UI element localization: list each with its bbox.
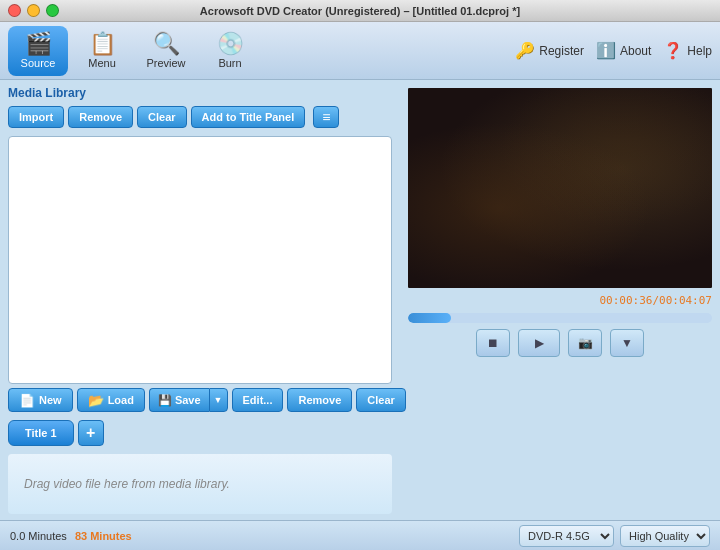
register-icon: 🔑 <box>515 41 535 60</box>
progress-fill <box>408 313 451 323</box>
media-library-content <box>8 136 392 384</box>
window-controls[interactable] <box>8 4 59 17</box>
right-panel: 00:00:36/00:04:07 ⏹ ▶ 📷 ▼ <box>400 80 720 520</box>
title-toolbar: 📄 New 📂 Load 💾 Save ▼ Edit... <box>8 388 392 412</box>
main-toolbar: 🎬 Source 📋 Menu 🔍 Preview 💿 Burn 🔑 Regis… <box>0 22 720 80</box>
close-button[interactable] <box>8 4 21 17</box>
help-button[interactable]: ❓ Help <box>663 41 712 60</box>
about-label: About <box>620 44 651 58</box>
burn-icon: 💿 <box>217 33 244 55</box>
save-label: Save <box>175 394 201 406</box>
toolbar-right: 🔑 Register ℹ️ About ❓ Help <box>515 41 712 60</box>
edit-label: Edit... <box>243 394 273 406</box>
drag-drop-zone: Drag video file here from media library. <box>8 454 392 514</box>
clear-label: Clear <box>367 394 395 406</box>
add-title-button[interactable]: + <box>78 420 104 446</box>
save-icon: 💾 <box>158 394 172 407</box>
drag-text: Drag video file here from media library. <box>24 477 230 491</box>
register-button[interactable]: 🔑 Register <box>515 41 584 60</box>
about-icon: ℹ️ <box>596 41 616 60</box>
title-bar: Acrowsoft DVD Creator (Unregistered) – [… <box>0 0 720 22</box>
burn-label: Burn <box>218 57 241 69</box>
help-icon: ❓ <box>663 41 683 60</box>
title-strip: Title 1 + <box>8 416 392 450</box>
dropdown-ctrl-button[interactable]: ▼ <box>610 329 644 357</box>
list-view-button[interactable]: ≡ <box>313 106 339 128</box>
remove-label: Remove <box>298 394 341 406</box>
title-tab-label: Title 1 <box>25 427 57 439</box>
menu-label: Menu <box>88 57 116 69</box>
import-button[interactable]: Import <box>8 106 64 128</box>
time-display: 00:00:36/00:04:07 <box>408 294 712 307</box>
source-label: Source <box>21 57 56 69</box>
status-dropdowns: DVD-R 4.5G DVD+R 4.5G DVD-R 8.5G High Qu… <box>519 525 710 547</box>
preview-icon: 🔍 <box>153 33 180 55</box>
player-controls: ⏹ ▶ 📷 ▼ <box>408 329 712 357</box>
video-background <box>408 88 712 288</box>
minimize-button[interactable] <box>27 4 40 17</box>
maximize-button[interactable] <box>46 4 59 17</box>
load-button[interactable]: 📂 Load <box>77 388 145 412</box>
window-title: Acrowsoft DVD Creator (Unregistered) – [… <box>200 5 520 17</box>
save-button-group: 💾 Save ▼ <box>149 388 228 412</box>
load-label: Load <box>108 394 134 406</box>
save-button[interactable]: 💾 Save <box>149 388 209 412</box>
title-1-tab[interactable]: Title 1 <box>8 420 74 446</box>
add-to-title-panel-button[interactable]: Add to Title Panel <box>191 106 306 128</box>
status-total-minutes: 83 Minutes <box>75 530 132 542</box>
progress-bar[interactable] <box>408 313 712 323</box>
title-panel: 📄 New 📂 Load 💾 Save ▼ Edit... <box>8 388 392 514</box>
help-label: Help <box>687 44 712 58</box>
quality-select[interactable]: High Quality Standard Low Quality <box>620 525 710 547</box>
new-icon: 📄 <box>19 393 35 408</box>
clear-title-button[interactable]: Clear <box>356 388 406 412</box>
menu-icon: 📋 <box>89 33 116 55</box>
left-panel: Media Library Import Remove Clear Add to… <box>0 80 400 520</box>
save-dropdown-button[interactable]: ▼ <box>209 388 228 412</box>
disc-type-select[interactable]: DVD-R 4.5G DVD+R 4.5G DVD-R 8.5G <box>519 525 614 547</box>
preview-tab[interactable]: 🔍 Preview <box>136 26 196 76</box>
stop-button[interactable]: ⏹ <box>476 329 510 357</box>
preview-video <box>408 88 712 288</box>
status-minutes: 0.0 Minutes <box>10 530 67 542</box>
load-icon: 📂 <box>88 393 104 408</box>
remove-button[interactable]: Remove <box>68 106 133 128</box>
main-content: Media Library Import Remove Clear Add to… <box>0 80 720 520</box>
snapshot-button[interactable]: 📷 <box>568 329 602 357</box>
status-bar: 0.0 Minutes 83 Minutes DVD-R 4.5G DVD+R … <box>0 520 720 550</box>
menu-tab[interactable]: 📋 Menu <box>72 26 132 76</box>
new-label: New <box>39 394 62 406</box>
source-tab[interactable]: 🎬 Source <box>8 26 68 76</box>
source-icon: 🎬 <box>25 33 52 55</box>
about-button[interactable]: ℹ️ About <box>596 41 651 60</box>
burn-tab[interactable]: 💿 Burn <box>200 26 260 76</box>
remove-title-button[interactable]: Remove <box>287 388 352 412</box>
media-library-toolbar: Import Remove Clear Add to Title Panel ≡ <box>8 106 392 128</box>
play-button[interactable]: ▶ <box>518 329 560 357</box>
media-library-label: Media Library <box>8 86 392 100</box>
register-label: Register <box>539 44 584 58</box>
clear-button[interactable]: Clear <box>137 106 187 128</box>
new-title-button[interactable]: 📄 New <box>8 388 73 412</box>
edit-button[interactable]: Edit... <box>232 388 284 412</box>
preview-label: Preview <box>146 57 185 69</box>
video-overlay <box>408 88 712 288</box>
